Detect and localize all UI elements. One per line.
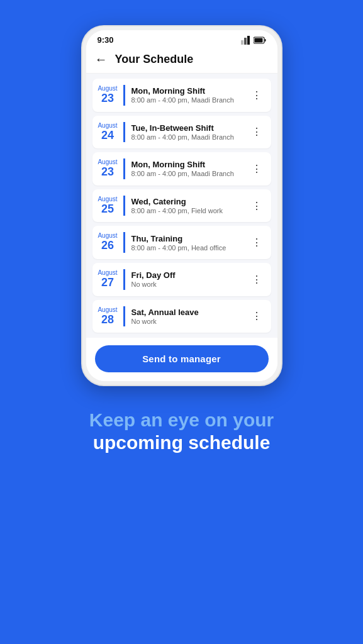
date-badge: August 26 [92,232,125,253]
shift-details: No work [131,318,248,325]
more-options-button[interactable]: ⋮ [248,236,266,248]
schedule-item: August 25 Wed, Catering 8:00 am - 4:00 p… [92,189,271,223]
phone-frame: 9:30 [81,25,282,386]
tagline-line2: upcoming schedule [89,431,274,454]
shift-details: 8:00 am - 4:00 pm, Maadi Branch [131,170,248,177]
page-title: Your Schedule [115,53,194,66]
date-day: 24 [101,129,114,143]
date-month: August [98,269,117,276]
date-day: 23 [101,165,114,179]
schedule-item: August 23 Mon, Morning Shift 8:00 am - 4… [92,79,271,112]
shift-info: Wed, Catering 8:00 am - 4:00 pm, Field w… [131,197,248,214]
schedule-item: August 27 Fri, Day Off No work ⋮ [92,263,271,296]
svg-marker-2 [247,36,250,45]
shift-details: No work [131,280,248,288]
tagline-section: Keep an eye on your upcoming schedule [69,409,294,454]
date-badge: August 28 [92,306,125,327]
more-options-button[interactable]: ⋮ [248,274,266,286]
shift-details: 8:00 am - 4:00 pm, Maadi Branch [131,133,248,141]
tagline-line1: Keep an eye on your [89,409,274,431]
date-month: August [98,158,117,165]
date-month: August [98,122,117,129]
more-options-button[interactable]: ⋮ [248,163,266,175]
more-options-button[interactable]: ⋮ [248,89,266,101]
date-day: 28 [101,313,114,327]
battery-icon [254,36,266,44]
shift-details: 8:00 am - 4:00 pm, Head office [131,244,248,252]
shift-title: Mon, Morning Shift [131,160,248,169]
shift-details: 8:00 am - 4:00 pm, Maadi Branch [131,96,248,104]
shift-title: Tue, In-Between Shift [131,123,248,133]
date-month: August [98,85,117,92]
date-badge: August 25 [92,196,125,216]
send-button-area: Send to manager [86,338,277,381]
shift-info: Tue, In-Between Shift 8:00 am - 4:00 pm,… [131,123,248,141]
shift-title: Sat, Annual leave [131,308,248,317]
signal-icon [241,36,251,45]
shift-info: Mon, Morning Shift 8:00 am - 4:00 pm, Ma… [131,160,248,177]
date-day: 27 [101,276,114,290]
shift-info: Thu, Training 8:00 am - 4:00 pm, Head of… [131,234,248,252]
date-badge: August 27 [92,269,125,290]
status-time: 9:30 [98,35,114,45]
schedule-list: August 23 Mon, Morning Shift 8:00 am - 4… [86,74,277,338]
phone-screen: 9:30 [86,30,277,381]
more-options-button[interactable]: ⋮ [248,126,266,138]
shift-title: Fri, Day Off [131,270,248,280]
more-options-button[interactable]: ⋮ [248,310,266,322]
date-badge: August 23 [92,158,125,179]
shift-title: Thu, Training [131,234,248,243]
date-day: 23 [101,92,114,106]
svg-marker-0 [241,40,243,45]
schedule-item: August 23 Mon, Morning Shift 8:00 am - 4… [92,152,271,186]
send-to-manager-button[interactable]: Send to manager [95,345,269,372]
date-badge: August 23 [92,85,125,106]
shift-info: Sat, Annual leave No work [131,308,248,325]
shift-details: 8:00 am - 4:00 pm, Field work [131,207,248,214]
svg-marker-1 [244,38,247,45]
shift-info: Mon, Morning Shift 8:00 am - 4:00 pm, Ma… [131,86,248,104]
shift-info: Fri, Day Off No work [131,270,248,288]
shift-title: Wed, Catering [131,197,248,206]
top-bar: ← Your Schedule [86,47,277,74]
schedule-item: August 26 Thu, Training 8:00 am - 4:00 p… [92,226,271,259]
svg-rect-4 [264,39,265,42]
back-button[interactable]: ← [95,52,108,67]
status-icons [241,36,266,45]
date-day: 25 [101,203,114,216]
status-bar: 9:30 [86,30,277,47]
schedule-item: August 28 Sat, Annual leave No work ⋮ [92,300,271,333]
svg-rect-5 [254,38,262,42]
more-options-button[interactable]: ⋮ [248,200,266,212]
date-month: August [98,232,117,239]
date-badge: August 24 [92,122,125,143]
date-day: 26 [101,239,114,253]
date-month: August [98,196,117,203]
shift-title: Mon, Morning Shift [131,86,248,96]
schedule-item: August 24 Tue, In-Between Shift 8:00 am … [92,116,271,149]
date-month: August [98,306,117,313]
